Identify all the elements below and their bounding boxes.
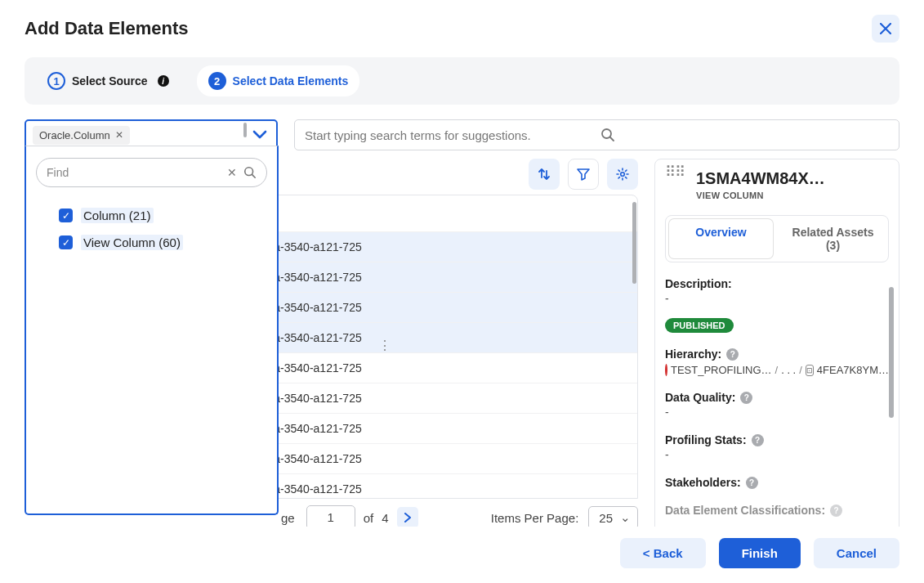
close-icon <box>880 23 891 34</box>
details-panel: ⠿⠿ 1SMA4WM84X… VIEW COLUMN Overview Rela… <box>654 159 899 536</box>
help-icon[interactable]: ? <box>830 505 842 517</box>
tab-related-assets[interactable]: Related Assets (3) <box>781 219 885 258</box>
ipp-value: 25 <box>599 511 613 525</box>
settings-button[interactable] <box>607 159 638 190</box>
sort-icon <box>538 168 551 181</box>
gear-icon <box>616 168 629 181</box>
search-placeholder: Start typing search terms for suggestion… <box>305 128 594 142</box>
status-badge: PUBLISHED <box>665 318 734 333</box>
filter-icon <box>577 168 590 181</box>
modal-title: Add Data Elements <box>25 18 189 39</box>
step-select-source[interactable]: 1 Select Source i <box>36 65 181 96</box>
asset-icon: ⊡ <box>806 365 814 376</box>
details-scrollbar[interactable] <box>889 287 894 418</box>
chevron-right-icon <box>404 513 412 522</box>
oracle-icon <box>665 364 667 376</box>
step-2-label: Select Data Elements <box>233 74 349 87</box>
dropdown-scroll-hint <box>243 123 247 137</box>
help-icon[interactable]: ? <box>740 392 752 404</box>
step-select-data-elements[interactable]: 2 Select Data Elements <box>197 65 360 96</box>
find-placeholder: Find <box>47 166 221 179</box>
profiling-stats-value: - <box>665 448 889 461</box>
profiling-stats-label: Profiling Stats: <box>665 433 747 446</box>
back-button[interactable]: < Back <box>620 538 706 568</box>
data-quality-label: Data Quality: <box>665 391 735 404</box>
stakeholders-label: Stakeholders: <box>665 476 741 489</box>
help-icon[interactable]: ? <box>746 477 758 489</box>
sort-button[interactable] <box>529 159 560 190</box>
details-title: 1SMA4WM84X… <box>696 169 889 188</box>
info-icon: i <box>158 75 169 87</box>
source-chip-label: Oracle.Column <box>39 129 110 141</box>
stepper: 1 Select Source i 2 Select Data Elements <box>25 57 899 105</box>
pager-fragment: ge <box>281 511 295 525</box>
search-input[interactable]: Start typing search terms for suggestion… <box>294 119 899 150</box>
step-1-number: 1 <box>47 72 65 90</box>
help-icon[interactable]: ? <box>752 434 764 446</box>
step-1-label: Select Source <box>72 74 148 87</box>
next-page-button[interactable] <box>397 507 418 528</box>
hierarchy-path[interactable]: TEST_PROFILING… / . . . / ⊡ 4FEA7K8YM… <box>665 364 889 376</box>
description-label: Description: <box>665 277 889 290</box>
cancel-button[interactable]: Cancel <box>814 538 899 568</box>
checkbox-icon: ✓ <box>59 235 73 249</box>
svg-point-2 <box>245 168 253 176</box>
find-input[interactable]: Find ✕ <box>36 158 267 187</box>
ipp-label: Items Per Page: <box>491 511 579 525</box>
checkbox-icon: ✓ <box>59 209 73 222</box>
data-quality-value: - <box>665 406 889 419</box>
close-button[interactable] <box>872 15 899 43</box>
chip-remove-icon[interactable]: ✕ <box>115 129 123 141</box>
step-2-number: 2 <box>208 72 226 90</box>
table-scrollbar-vertical[interactable] <box>632 202 636 284</box>
svg-point-0 <box>602 129 611 138</box>
clear-icon[interactable]: ✕ <box>227 166 237 179</box>
description-value: - <box>665 292 889 305</box>
tab-overview[interactable]: Overview <box>669 219 773 258</box>
filter-button[interactable] <box>568 159 599 190</box>
drag-handle-icon[interactable]: ⠿⠿ <box>665 169 691 174</box>
classifications-label: Data Element Classifications: <box>665 504 825 517</box>
hierarchy-label: Hierarchy: <box>665 348 721 361</box>
source-dropdown-panel: Find ✕ ✓Column (21)✓View Column (60) <box>25 146 279 515</box>
chevron-down-icon[interactable] <box>248 126 271 144</box>
details-subtype: VIEW COLUMN <box>696 191 889 200</box>
row-actions-icon[interactable]: ⋮ <box>378 344 391 348</box>
search-icon <box>243 166 257 179</box>
pager-total: 4 <box>382 511 388 525</box>
svg-point-1 <box>621 173 625 177</box>
source-chip: Oracle.Column ✕ <box>33 126 130 145</box>
dropdown-option[interactable]: ✓View Column (60) <box>59 229 267 256</box>
dropdown-option-label: Column (21) <box>81 208 154 223</box>
help-icon[interactable]: ? <box>726 348 739 361</box>
search-icon <box>600 128 890 142</box>
finish-button[interactable]: Finish <box>719 538 801 568</box>
dropdown-option[interactable]: ✓Column (21) <box>59 202 267 229</box>
pager-of-label: of <box>364 511 374 525</box>
dropdown-option-label: View Column (60) <box>81 235 183 250</box>
